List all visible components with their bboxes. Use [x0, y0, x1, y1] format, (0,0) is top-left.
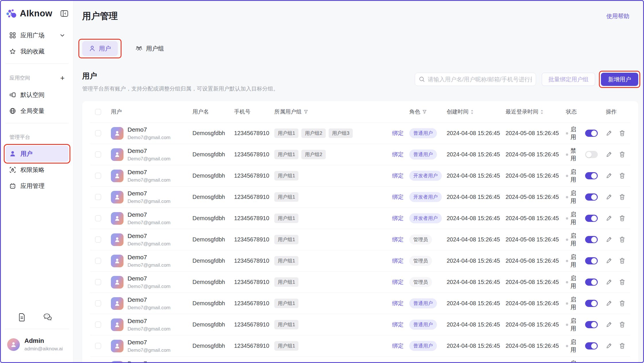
- sidebar-item-users[interactable]: 用户: [5, 146, 69, 162]
- batch-bind-group-button[interactable]: 批量绑定用户组: [542, 73, 595, 86]
- sort-icon[interactable]: [541, 110, 543, 114]
- bind-link[interactable]: 绑定: [392, 214, 404, 222]
- delete-icon[interactable]: [619, 151, 625, 158]
- add-space-button[interactable]: +: [60, 74, 65, 82]
- edit-icon[interactable]: [606, 173, 612, 179]
- profile-block[interactable]: Admin admin@aiknow.ai: [5, 329, 69, 362]
- tab-users[interactable]: 用户: [82, 41, 118, 56]
- row-checkbox[interactable]: [95, 130, 101, 136]
- delete-icon[interactable]: [619, 300, 625, 306]
- help-link[interactable]: 使用帮助: [606, 12, 629, 20]
- row-checkbox[interactable]: [95, 215, 101, 221]
- filter-icon[interactable]: [304, 110, 308, 114]
- bind-link[interactable]: 绑定: [392, 193, 404, 201]
- delete-icon[interactable]: [619, 279, 625, 285]
- group-tags: 用户组1用户组2: [274, 150, 326, 159]
- row-checkbox[interactable]: [95, 343, 101, 349]
- sidebar-item-favorites[interactable]: 我的收藏: [5, 43, 69, 59]
- bind-link[interactable]: 绑定: [392, 129, 404, 137]
- table-row: Demo7 Demo7@gmail.com Demosgfdbh 1234567…: [90, 165, 630, 187]
- delete-icon[interactable]: [619, 258, 625, 264]
- group-tag: 用户组1: [274, 341, 298, 351]
- group-tags: 用户组1: [274, 320, 298, 329]
- user-avatar: [111, 297, 124, 310]
- edit-icon[interactable]: [606, 279, 612, 285]
- row-checkbox[interactable]: [95, 258, 101, 264]
- status-toggle[interactable]: [585, 321, 598, 328]
- status-toggle[interactable]: [585, 193, 598, 201]
- status-dot: [566, 345, 568, 347]
- role-badge: 普通用户: [409, 149, 437, 160]
- sidebar-item-default-space[interactable]: 默认空间: [5, 87, 69, 103]
- status-toggle[interactable]: [585, 130, 598, 137]
- col-header-role[interactable]: 角色: [405, 108, 443, 116]
- role-badge: 开发者用户: [409, 171, 442, 181]
- sidebar-item-label: 默认空间: [20, 91, 45, 99]
- group-tag: 用户组1: [274, 320, 298, 329]
- sidebar-item-app-plaza[interactable]: 应用广场: [5, 27, 69, 43]
- created-cell: 2024-04-08 15:26:45: [443, 279, 502, 285]
- bind-link[interactable]: 绑定: [392, 151, 404, 158]
- bind-link[interactable]: 绑定: [392, 278, 404, 286]
- edit-icon[interactable]: [606, 300, 612, 306]
- created-cell: 2024-04-08 15:26:45: [443, 194, 502, 200]
- col-header-created[interactable]: 创建时间: [443, 108, 502, 116]
- add-user-button[interactable]: 新增用户: [601, 73, 638, 86]
- row-checkbox[interactable]: [95, 237, 101, 243]
- delete-icon[interactable]: [619, 237, 625, 243]
- bind-link[interactable]: 绑定: [392, 257, 404, 265]
- status-toggle[interactable]: [585, 257, 598, 264]
- tab-user-groups[interactable]: 用户组: [129, 41, 171, 56]
- status-label: 启用: [570, 317, 581, 333]
- row-checkbox[interactable]: [95, 279, 101, 285]
- delete-icon[interactable]: [619, 173, 625, 179]
- sidebar-collapse-icon[interactable]: [60, 10, 69, 17]
- status-toggle[interactable]: [585, 279, 598, 286]
- delete-icon[interactable]: [619, 130, 625, 136]
- wechat-icon[interactable]: [43, 313, 52, 321]
- search-input[interactable]: [428, 76, 532, 83]
- bind-link[interactable]: 绑定: [392, 321, 404, 329]
- row-checkbox[interactable]: [95, 322, 101, 328]
- edit-icon[interactable]: [606, 322, 612, 328]
- status-toggle[interactable]: [585, 300, 598, 307]
- status-toggle[interactable]: [585, 151, 598, 158]
- delete-icon[interactable]: [619, 343, 625, 349]
- sort-icon[interactable]: [471, 110, 473, 114]
- edit-icon[interactable]: [606, 343, 612, 349]
- delete-icon[interactable]: [619, 215, 625, 221]
- edit-icon[interactable]: [606, 194, 612, 200]
- user-email: Demo7@gmail.com: [128, 284, 171, 289]
- bind-link[interactable]: 绑定: [392, 342, 404, 350]
- user-name: Demo7: [128, 254, 171, 261]
- select-all-checkbox[interactable]: [95, 109, 101, 115]
- status-toggle[interactable]: [585, 215, 598, 222]
- sidebar-item-app-management[interactable]: 应用管理: [5, 178, 69, 194]
- phone-cell: 12345678910: [230, 130, 270, 137]
- document-icon[interactable]: [18, 313, 26, 321]
- row-checkbox[interactable]: [95, 151, 101, 158]
- row-checkbox[interactable]: [95, 194, 101, 200]
- edit-icon[interactable]: [606, 237, 612, 243]
- edit-icon[interactable]: [606, 215, 612, 221]
- bind-link[interactable]: 绑定: [392, 236, 404, 243]
- row-checkbox[interactable]: [95, 173, 101, 179]
- col-header-last-login[interactable]: 最近登录时间: [502, 108, 562, 116]
- delete-icon[interactable]: [619, 194, 625, 200]
- status-toggle[interactable]: [585, 172, 598, 179]
- edit-icon[interactable]: [606, 151, 612, 158]
- row-checkbox[interactable]: [95, 300, 101, 306]
- bind-link[interactable]: 绑定: [392, 299, 404, 307]
- edit-icon[interactable]: [606, 130, 612, 136]
- app-window: AIknow 应用广场: [0, 0, 644, 363]
- bind-link[interactable]: 绑定: [392, 172, 404, 180]
- status-toggle[interactable]: [585, 236, 598, 243]
- delete-icon[interactable]: [619, 322, 625, 328]
- col-header-groups[interactable]: 所属用户组: [270, 108, 388, 116]
- status-toggle[interactable]: [585, 342, 598, 349]
- sidebar-item-permission-policy[interactable]: 权限策略: [5, 162, 69, 178]
- search-box[interactable]: [415, 73, 536, 86]
- filter-icon[interactable]: [423, 110, 427, 114]
- sidebar-item-global-vars[interactable]: 全局变量: [5, 103, 69, 119]
- edit-icon[interactable]: [606, 258, 612, 264]
